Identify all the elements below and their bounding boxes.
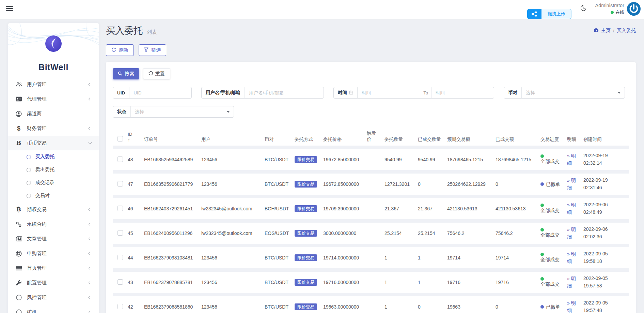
chevron-left-icon [89, 208, 92, 211]
time-end-input[interactable] [431, 87, 494, 98]
sidebar-item-文章管理[interactable]: 文章管理 [8, 232, 99, 246]
cell-order-no: EB1662379098108481 [144, 255, 201, 260]
cell-filled: 0 [418, 304, 447, 310]
detail-link[interactable]: » 明细 [567, 178, 576, 190]
sidebar-item-币币交易[interactable]: B币币交易 [8, 136, 99, 150]
sidebar-item-label: 用户管理 [27, 81, 89, 88]
header-expected: 预期交易额 [447, 136, 496, 143]
sidebar-subitem-交易对[interactable]: 交易对 [8, 189, 99, 202]
dashboard-icon [594, 28, 599, 34]
status-dot-icon [540, 277, 544, 281]
cell-created-time: 2022-09-1902:31:46 [583, 177, 628, 191]
cell-filled: 1 [418, 280, 447, 285]
row-checkbox[interactable] [117, 304, 123, 309]
orders-table: ID ↑ 订单号 用户 币对 委托方式 委托价格 触发价 委托数量 已成交数量 … [113, 126, 629, 313]
time-start-input[interactable] [358, 87, 420, 98]
cell-user: 123456 [201, 157, 265, 162]
cell-progress: 已撤单 [540, 303, 567, 310]
row-checkbox-cell [113, 230, 128, 237]
sidebar-item-申购管理[interactable]: 申购管理 [8, 246, 99, 261]
sidebar-item-代理管理[interactable]: 代理管理 [8, 92, 99, 106]
sidebar-item-矿机[interactable]: 矿机 [8, 305, 99, 313]
sidebar-item-风控管理[interactable]: 风控管理 [8, 290, 99, 305]
cell-filled: 25.2154 [418, 230, 447, 236]
refresh-icon [111, 47, 116, 53]
radio-circle-icon [27, 194, 31, 198]
status-dot-icon [540, 204, 544, 207]
row-checkbox[interactable] [117, 181, 123, 187]
cell-amount: 9540.99 [384, 157, 418, 162]
uid-label: UID [113, 87, 129, 98]
sort-asc-icon[interactable]: ↑ [128, 137, 141, 143]
breadcrumb-current[interactable]: 买入委托 [617, 28, 636, 34]
cell-amount: 1 [384, 304, 418, 310]
sidebar-item-配置管理[interactable]: 配置管理 [8, 275, 99, 290]
detail-link[interactable]: » 明细 [567, 300, 576, 313]
row-checkbox[interactable] [117, 206, 123, 211]
cell-id: 45 [128, 230, 144, 236]
caret-down-icon [618, 92, 621, 94]
row-checkbox[interactable] [117, 279, 123, 285]
wrench-icon [15, 280, 22, 286]
order-type-badge: 限价交易 [295, 254, 317, 262]
search-icon [118, 71, 122, 77]
status-dot-icon [540, 228, 544, 232]
sidebar-subitem-label: 成交记录 [35, 180, 54, 186]
breadcrumb-home-link[interactable]: 主页 [601, 28, 611, 34]
cell-filled: 9540.99 [418, 157, 447, 162]
row-checkbox[interactable] [117, 230, 123, 236]
sidebar-subitem-成交记录[interactable]: 成交记录 [8, 176, 99, 189]
cell-order-no: EB1662403729261451 [144, 206, 201, 211]
status-select[interactable]: 选择 [131, 106, 234, 117]
cell-id: 44 [128, 255, 144, 260]
newspaper-icon [15, 236, 22, 241]
coin-b-icon: B [15, 140, 22, 146]
detail-link[interactable]: » 明细 [567, 153, 576, 166]
detail-link[interactable]: » 明细 [567, 251, 576, 264]
sidebar-subitem-卖出委托[interactable]: 卖出委托 [8, 163, 99, 176]
uid-input[interactable] [129, 87, 191, 98]
cell-created-time: 2022-09-0602:48:49 [583, 201, 628, 216]
hamburger-menu-icon[interactable] [6, 6, 13, 13]
row-checkbox[interactable] [117, 156, 123, 162]
sidebar-item-期权交易[interactable]: B期权交易 [8, 202, 99, 217]
sidebar-item-财务管理[interactable]: $财务管理 [8, 121, 99, 136]
cell-id: 43 [128, 280, 144, 285]
detail-link[interactable]: » 明细 [567, 202, 576, 215]
sidebar-item-label: 风控管理 [27, 294, 89, 301]
row-checkbox-cell [113, 304, 128, 310]
user-input[interactable] [245, 87, 324, 98]
chevron-left-icon [89, 296, 92, 299]
row-checkbox[interactable] [117, 255, 123, 260]
sidebar-item-首页管理[interactable]: 首页管理 [8, 261, 99, 275]
cell-price: 19709.39000000 [323, 206, 367, 211]
logout-power-icon[interactable] [626, 1, 641, 16]
detail-link[interactable]: » 明细 [567, 276, 576, 288]
chevron-left-icon [89, 83, 92, 86]
cell-order-type: 限价交易 [295, 156, 323, 163]
sidebar-item-用户管理[interactable]: 用户管理 [8, 77, 99, 92]
sidebar-item-渠道商[interactable]: 渠道商 [8, 106, 99, 121]
detail-link[interactable]: » 明细 [567, 227, 576, 239]
drag-upload-button[interactable]: 拖拽上传 [527, 9, 571, 19]
radio-circle-icon [27, 181, 31, 185]
row-checkbox-cell [113, 181, 128, 188]
pair-select[interactable]: 选择 [522, 87, 625, 98]
table-row: 43EB1662379078885781123456BTC/USDT限价交易19… [113, 272, 629, 293]
reset-button[interactable]: 重置 [143, 68, 170, 79]
cell-detail: » 明细 [567, 202, 583, 216]
chevron-left-icon [89, 237, 92, 241]
share-nodes-icon [527, 9, 541, 19]
search-button[interactable]: 搜索 [113, 68, 139, 79]
user-circle-icon [15, 111, 22, 117]
header-detail: 明细 [567, 136, 583, 143]
sidebar-item-永续合约[interactable]: 永续合约 [8, 217, 99, 232]
cell-price: 19672.85000000 [323, 157, 367, 162]
filter-button[interactable]: 筛选 [139, 44, 166, 56]
sidebar-subitem-买入委托[interactable]: 买入委托 [8, 150, 99, 163]
select-all-checkbox[interactable] [117, 136, 123, 141]
table-row: 45EB1662400956011296lw232345@outlook.com… [113, 223, 629, 244]
dark-mode-moon-icon[interactable] [581, 4, 587, 12]
refresh-button[interactable]: 刷新 [106, 44, 134, 56]
sidebar-item-label: 申购管理 [27, 250, 89, 257]
